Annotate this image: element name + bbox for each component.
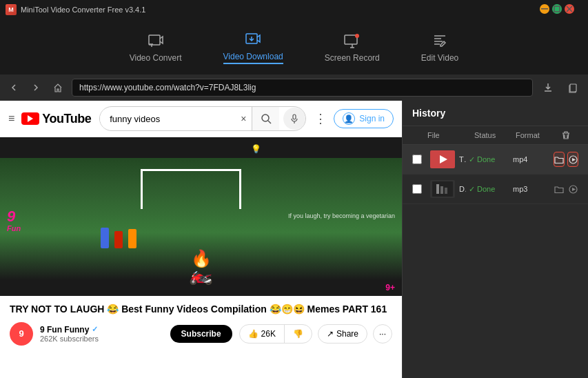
browser-pane[interactable]: ≡ YouTube × ⋮ 👤 Sign	[0, 101, 402, 378]
minimize-button[interactable]	[540, 4, 549, 14]
more-actions-button[interactable]: ···	[373, 324, 392, 344]
tab-video-download[interactable]: Video Download	[223, 30, 283, 64]
subscribe-button[interactable]: Subscribe	[170, 325, 232, 343]
svg-rect-4	[149, 35, 160, 45]
history-thumb-2	[430, 180, 455, 198]
channel-name-row: 9 Fun Funny ✓	[40, 325, 163, 335]
history-format-2: mp3	[513, 185, 551, 193]
search-submit-button[interactable]	[252, 107, 279, 130]
history-table-header: File Status Format	[403, 126, 588, 145]
fun-badge2: 9+	[385, 283, 395, 292]
youtube-header-right: ⋮ 👤 Sign in	[314, 109, 394, 128]
history-title: History	[403, 101, 588, 126]
like-dislike-group: 👍 26K 👎	[239, 324, 312, 344]
person-2	[114, 231, 123, 248]
video-download-icon	[243, 30, 263, 49]
history-checkbox-1[interactable]	[412, 155, 422, 164]
svg-line-10	[268, 121, 271, 123]
youtube-search: ×	[99, 106, 306, 131]
history-checkbox-2[interactable]	[412, 184, 422, 194]
video-info: TRY NOT TO LAUGH 😂 Best Funny Videos Com…	[0, 296, 402, 352]
search-clear-button[interactable]: ×	[235, 113, 252, 124]
url-input[interactable]	[72, 79, 533, 97]
verified-icon: ✓	[92, 325, 98, 334]
more-options-button[interactable]: ⋮	[314, 111, 327, 126]
history-filename-1: TRY N...	[459, 155, 466, 163]
svg-point-7	[355, 34, 359, 38]
svg-rect-17	[436, 184, 439, 194]
soccer-field: 9 Fun If you laugh, try becoming a veget…	[0, 137, 402, 296]
sign-in-icon: 👤	[343, 112, 355, 125]
history-format-1: mp4	[513, 155, 551, 163]
history-row-1: TRY N... ✓ Done mp4	[403, 145, 588, 175]
channel-avatar[interactable]: 9	[10, 322, 33, 346]
tab-screen-record[interactable]: Screen Record	[325, 31, 380, 63]
tab-video-download-label: Video Download	[223, 52, 283, 64]
fun-badge: 9 Fun	[7, 209, 21, 232]
channel-subscribers: 262K subscribers	[40, 335, 163, 343]
goal-post	[141, 169, 241, 209]
svg-rect-8	[570, 84, 576, 92]
tab-screen-record-label: Screen Record	[325, 53, 380, 63]
dislike-button[interactable]: 👎	[285, 325, 312, 343]
history-open-folder-2[interactable]	[554, 181, 565, 197]
mic-button[interactable]	[283, 108, 305, 130]
history-thumb-1	[430, 150, 455, 168]
sign-in-label: Sign in	[359, 114, 385, 123]
top-nav: Video Convert Video Download Screen Reco…	[0, 19, 588, 74]
search-input[interactable]	[100, 110, 235, 128]
video-thumbnail: 9 Fun If you laugh, try becoming a veget…	[0, 137, 402, 296]
channel-info: 9 9 Fun Funny ✓ 262K subscribers Subscri…	[10, 322, 392, 346]
edit-video-icon	[430, 31, 449, 50]
history-file-cell-1: TRY N...	[430, 150, 466, 168]
video-convert-icon	[146, 31, 165, 50]
video-actions: 👍 26K 👎 ↗ Share ···	[239, 324, 392, 344]
history-play-1[interactable]	[567, 152, 578, 167]
sign-in-button[interactable]: 👤 Sign in	[334, 109, 394, 128]
youtube-text: YouTube	[42, 112, 91, 126]
svg-point-9	[262, 115, 269, 121]
address-bar	[0, 74, 588, 101]
hamburger-menu[interactable]: ≡	[8, 112, 14, 125]
col-file: File	[427, 131, 474, 139]
history-filename-2: Dream...	[459, 185, 466, 193]
history-status-2: ✓ Done	[469, 185, 510, 194]
tab-video-convert-label: Video Convert	[130, 53, 182, 63]
person-1	[101, 228, 109, 248]
svg-rect-19	[445, 188, 447, 194]
tab-edit-video[interactable]: Edit Video	[421, 31, 459, 63]
light-effect: 💡	[251, 144, 261, 154]
app-title: MiniTool Video Converter Free v3.4.1	[21, 6, 145, 14]
video-title: TRY NOT TO LAUGH 😂 Best Funny Videos Com…	[10, 303, 392, 317]
maximize-button[interactable]	[552, 4, 562, 14]
history-play-2[interactable]	[567, 181, 578, 197]
back-button[interactable]	[6, 79, 22, 96]
share-button[interactable]: ↗ Share	[318, 324, 367, 344]
history-row-2: Dream... ✓ Done mp3	[403, 175, 588, 204]
tab-video-convert[interactable]: Video Convert	[130, 31, 182, 63]
history-status-1: ✓ Done	[469, 155, 510, 164]
fire-effect: 🔥	[191, 249, 212, 268]
youtube-icon	[21, 112, 39, 125]
tab-edit-video-label: Edit Video	[421, 53, 459, 63]
svg-rect-1	[554, 6, 560, 12]
app-icon: M	[6, 4, 17, 15]
svg-rect-11	[293, 115, 296, 119]
video-player[interactable]: 9 Fun If you laugh, try becoming a veget…	[0, 137, 402, 296]
history-open-folder-1[interactable]	[554, 152, 565, 167]
title-bar: M MiniTool Video Converter Free v3.4.1	[0, 0, 588, 19]
home-button[interactable]	[50, 79, 66, 96]
history-actions-2	[554, 181, 578, 197]
clipboard-button[interactable]	[563, 78, 582, 97]
download-button[interactable]	[538, 78, 558, 97]
forward-button[interactable]	[28, 79, 44, 96]
like-button[interactable]: 👍 26K	[240, 325, 285, 343]
svg-rect-0	[541, 8, 548, 10]
youtube-header: ≡ YouTube × ⋮ 👤 Sign	[0, 101, 402, 137]
history-file-cell-2: Dream...	[430, 180, 466, 198]
col-status: Status	[474, 131, 516, 139]
close-button[interactable]	[565, 4, 574, 14]
svg-marker-21	[572, 188, 576, 191]
delete-all-button[interactable]	[554, 130, 578, 140]
svg-marker-15	[572, 158, 576, 161]
